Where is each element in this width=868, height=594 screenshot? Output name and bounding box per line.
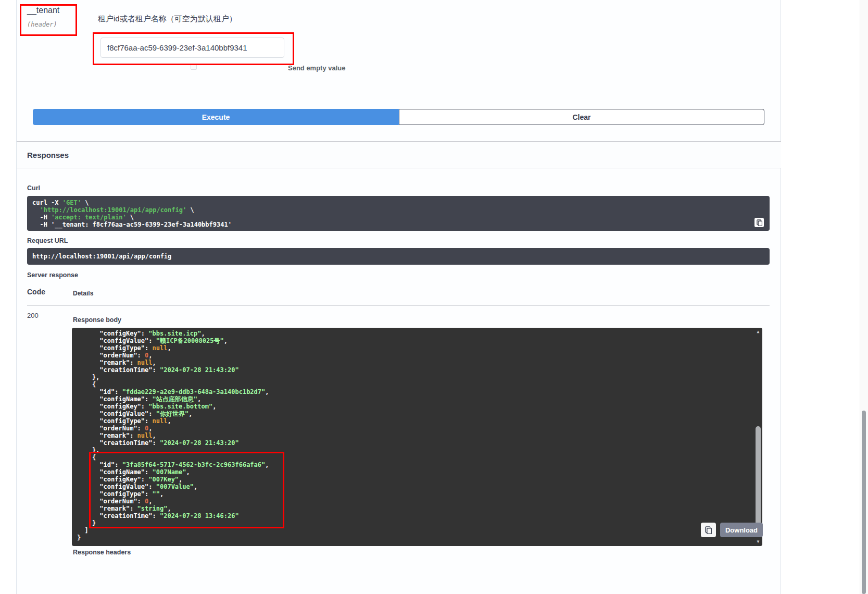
send-empty-checkbox[interactable]	[191, 64, 197, 70]
copy-response-button[interactable]	[701, 523, 716, 537]
tenant-input[interactable]	[100, 38, 284, 58]
request-url-value: http://localhost:19001/api/app/config	[32, 253, 764, 260]
code-column-header: Code	[27, 288, 45, 296]
response-body-scroll-thumb[interactable]	[756, 426, 761, 525]
copy-curl-button[interactable]	[754, 218, 764, 227]
curl-block: curl -X 'GET' \ 'http://localhost:19001/…	[27, 196, 770, 231]
parameter-description: 租户id或者租户名称（可空为默认租户）	[98, 14, 237, 24]
server-response-label: Server response	[27, 271, 78, 279]
parameter-location: (header)	[27, 21, 57, 28]
response-body-scrollbar[interactable]: ▲ ▼	[755, 329, 761, 544]
clipboard-icon	[705, 526, 712, 534]
scroll-up-arrow-icon[interactable]: ▲	[755, 329, 761, 335]
clipboard-icon	[757, 219, 762, 226]
request-url-label: Request URL	[27, 237, 68, 244]
curl-label: Curl	[27, 184, 40, 192]
parameter-name: __tenant	[27, 6, 59, 15]
download-button[interactable]: Download	[720, 523, 763, 537]
response-table-divider	[27, 305, 770, 306]
swagger-ui-page: __tenant (header) 租户id或者租户名称（可空为默认租户） Se…	[0, 0, 868, 594]
responses-title: Responses	[27, 151, 69, 159]
request-url-block: http://localhost:19001/api/app/config	[27, 248, 770, 265]
details-column-header: Details	[73, 290, 93, 297]
responses-section-header: Responses	[17, 141, 781, 168]
clear-button[interactable]: Clear	[399, 109, 764, 125]
page-scroll-thumb[interactable]	[862, 411, 866, 594]
response-body-code: "configKey": "bbs.site.icp", "configValu…	[72, 328, 762, 543]
opblock-body: __tenant (header) 租户id或者租户名称（可空为默认租户） Se…	[16, 0, 781, 594]
send-empty-label: Send empty value	[288, 64, 346, 72]
curl-code: curl -X 'GET' \ 'http://localhost:19001/…	[32, 199, 754, 228]
response-body-label: Response body	[73, 316, 121, 324]
status-code: 200	[27, 312, 39, 319]
response-body-block: "configKey": "bbs.site.icp", "configValu…	[72, 328, 762, 546]
scroll-down-arrow-icon[interactable]: ▼	[755, 539, 761, 544]
execute-button[interactable]: Execute	[33, 109, 399, 125]
page-scrollbar[interactable]	[860, 0, 868, 594]
response-headers-label: Response headers	[73, 549, 131, 556]
